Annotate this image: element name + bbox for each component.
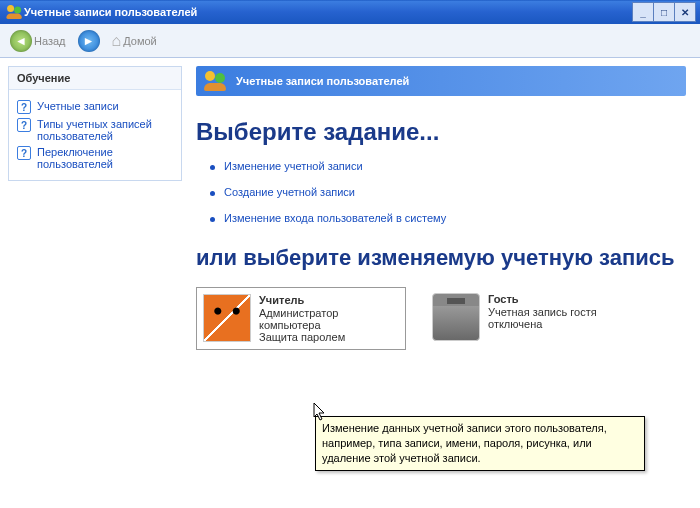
help-icon: ? [17, 118, 31, 132]
back-icon: ◄ [10, 30, 32, 52]
section-title: Учетные записи пользователей [236, 75, 409, 87]
account-info: Учитель Администратор компьютера Защита … [259, 294, 399, 343]
section-header: Учетные записи пользователей [196, 66, 686, 96]
task-heading: Выберите задание... [196, 118, 686, 146]
account-info: Гость Учетная запись гостя отключена [488, 293, 630, 344]
task-create-account[interactable]: Создание учетной записи [210, 186, 686, 198]
sidebar-item-switch-users[interactable]: ? Переключение пользователей [17, 146, 173, 170]
maximize-button[interactable]: □ [653, 2, 675, 22]
app-icon [4, 4, 20, 20]
sidebar-panel-learning: Обучение ? Учетные записи ? Типы учетных… [8, 66, 182, 181]
tooltip: Изменение данных учетной записи этого по… [315, 416, 645, 471]
forward-button[interactable]: ► [74, 28, 104, 54]
help-icon: ? [17, 100, 31, 114]
titlebar: Учетные записи пользователей _ □ ✕ [0, 0, 700, 24]
home-button[interactable]: ⌂ Домой [108, 30, 161, 52]
window-controls: _ □ ✕ [633, 2, 696, 22]
toolbar: ◄ Назад ► ⌂ Домой [0, 24, 700, 58]
account-tile-guest[interactable]: Гость Учетная запись гостя отключена [426, 287, 636, 350]
users-icon [204, 71, 228, 91]
forward-icon: ► [78, 30, 100, 52]
close-button[interactable]: ✕ [674, 2, 696, 22]
back-label: Назад [34, 35, 66, 47]
help-icon: ? [17, 146, 31, 160]
accounts-list: Учитель Администратор компьютера Защита … [196, 287, 686, 350]
home-icon: ⌂ [112, 32, 122, 50]
account-name: Учитель [259, 294, 399, 306]
account-protection: Защита паролем [259, 331, 399, 343]
minimize-button[interactable]: _ [632, 2, 654, 22]
task-change-account[interactable]: Изменение учетной записи [210, 160, 686, 172]
account-status: Учетная запись гостя отключена [488, 306, 630, 330]
account-role: Администратор компьютера [259, 307, 399, 331]
window-title: Учетные записи пользователей [24, 6, 633, 18]
sidebar-header: Обучение [9, 67, 181, 90]
task-change-logon[interactable]: Изменение входа пользователей в систему [210, 212, 686, 224]
sidebar-item-accounts[interactable]: ? Учетные записи [17, 100, 173, 114]
sidebar-item-label: Типы учетных записей пользователей [37, 118, 173, 142]
sidebar: Обучение ? Учетные записи ? Типы учетных… [0, 58, 190, 508]
sidebar-item-label: Учетные записи [37, 100, 119, 112]
avatar-suitcase [432, 293, 480, 341]
sidebar-item-label: Переключение пользователей [37, 146, 173, 170]
account-tile-teacher[interactable]: Учитель Администратор компьютера Защита … [196, 287, 406, 350]
home-label: Домой [123, 35, 157, 47]
back-button[interactable]: ◄ Назад [6, 28, 70, 54]
subheading: или выберите изменяемую учетную запись [196, 244, 686, 273]
sidebar-item-account-types[interactable]: ? Типы учетных записей пользователей [17, 118, 173, 142]
avatar-tiger [203, 294, 251, 342]
account-name: Гость [488, 293, 630, 305]
task-list: Изменение учетной записи Создание учетно… [196, 160, 686, 224]
